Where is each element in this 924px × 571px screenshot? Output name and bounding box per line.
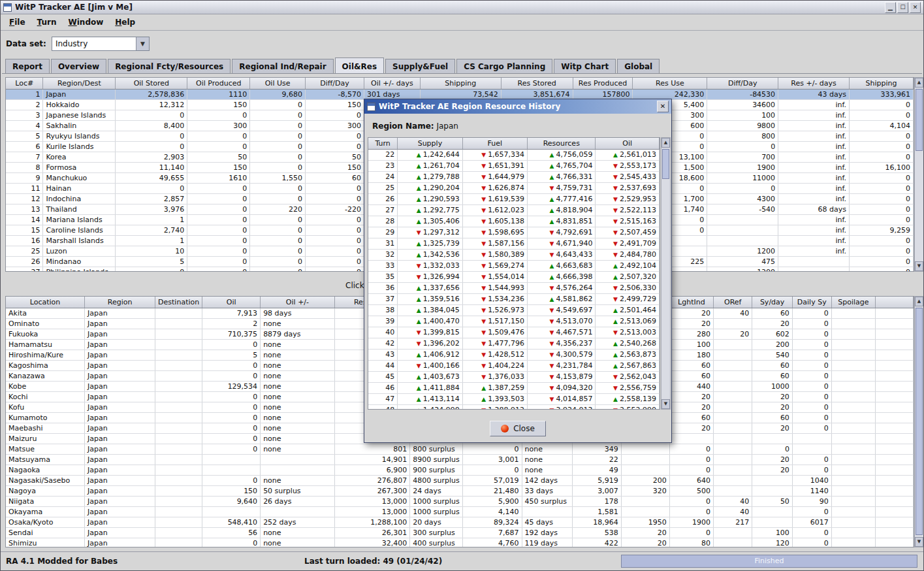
table-row[interactable]: 44▼1,400,166▼1,404,224▼4,231,784▲2,567,8… bbox=[368, 360, 660, 371]
scroll-down-icon[interactable]: ▼ bbox=[661, 399, 670, 409]
column-header[interactable] bbox=[876, 297, 914, 308]
table-row[interactable]: 32▲1,342,536▼1,580,389▼4,643,433▼2,484,7… bbox=[368, 249, 660, 260]
column-header[interactable]: Oil +/- days bbox=[364, 78, 420, 89]
table-row[interactable]: OkayamaJapan13,0001000 surplus4,1401,581… bbox=[6, 506, 914, 517]
table-row[interactable]: 42▼1,396,202▼1,477,796▼4,356,237▲2,540,2… bbox=[368, 338, 660, 349]
minimize-icon[interactable]: ▁ bbox=[885, 2, 896, 13]
maximize-icon[interactable]: ☐ bbox=[897, 2, 908, 13]
tab-regional-fcty-resources[interactable]: Regional Fcty/Resources bbox=[108, 59, 231, 73]
menu-help[interactable]: Help bbox=[109, 16, 141, 29]
column-header[interactable]: Res +/- days bbox=[778, 78, 850, 89]
table-row[interactable]: MatsueJapan0none801800 surplus0none34900 bbox=[6, 444, 914, 454]
column-header[interactable]: Supply bbox=[398, 138, 462, 149]
column-header[interactable]: Oil Produced bbox=[187, 78, 250, 89]
table-row[interactable]: 23▲1,261,704▼1,651,391▲4,765,704▼2,553,1… bbox=[368, 160, 660, 171]
column-header[interactable]: Res Stored bbox=[501, 78, 573, 89]
table-row[interactable]: 1Japan2,578,83611109,680-8,570301 days73… bbox=[6, 89, 914, 99]
tab-report[interactable]: Report bbox=[5, 59, 50, 73]
chevron-down-icon[interactable]: ▼ bbox=[136, 37, 149, 50]
column-header[interactable]: Loc# bbox=[6, 78, 43, 89]
cell: 0 bbox=[850, 183, 914, 193]
tab-supply-fuel[interactable]: Supply&Fuel bbox=[385, 59, 455, 73]
scroll-down-icon[interactable]: ▼ bbox=[915, 261, 923, 271]
table-row[interactable]: MatsuyamaJapan14,9018900 surplus3,001non… bbox=[6, 454, 914, 465]
column-header[interactable]: Diff/Day bbox=[707, 78, 778, 89]
table-row[interactable]: ShimizuJapan0none32,400400 surplus4,7601… bbox=[6, 538, 914, 547]
scroll-down-icon[interactable]: ▼ bbox=[915, 537, 923, 547]
column-header[interactable]: Region bbox=[84, 297, 155, 308]
table-row[interactable]: 45▲1,403,673▼1,376,033▼4,153,879▼2,562,0… bbox=[368, 371, 660, 382]
table-row[interactable]: 28▲1,305,406▼1,605,138▲4,831,851▼2,515,1… bbox=[368, 216, 660, 227]
table-row[interactable]: Nagasaki/SaseboJapan0none276,8074800 sur… bbox=[6, 475, 914, 485]
column-header[interactable]: Destination bbox=[155, 297, 202, 308]
column-header[interactable]: Diff/Day bbox=[306, 78, 364, 89]
location-table-scrollbar[interactable]: ▲ ▼ bbox=[914, 296, 924, 547]
scrollbar-thumb[interactable] bbox=[916, 89, 923, 151]
table-row[interactable]: 43▲1,406,912▼1,428,512▼4,300,579▲2,563,8… bbox=[368, 349, 660, 360]
table-row[interactable]: 31▲1,325,739▼1,587,156▼4,671,940▼2,491,7… bbox=[368, 238, 660, 249]
table-row[interactable]: 40▼1,399,815▼1,509,476▼4,467,571▼2,513,0… bbox=[368, 327, 660, 338]
column-header[interactable]: Oil bbox=[596, 138, 660, 149]
tab-global[interactable]: Global bbox=[617, 59, 660, 73]
table-row[interactable]: 24▲1,279,788▼1,644,979▲4,766,331▼2,545,4… bbox=[368, 171, 660, 182]
table-row[interactable]: 36▲1,337,656▼1,544,993▼4,576,264▼2,506,3… bbox=[368, 282, 660, 293]
menu-file[interactable]: File bbox=[3, 16, 31, 29]
column-header[interactable]: Daily Sy bbox=[792, 297, 831, 308]
scroll-up-icon[interactable]: ▲ bbox=[915, 297, 923, 306]
column-header[interactable]: Oil +/- bbox=[261, 297, 335, 308]
table-row[interactable]: 46▲1,411,884▲1,387,259▼4,094,320▼2,556,7… bbox=[368, 382, 660, 393]
column-header[interactable]: LghtInd bbox=[669, 297, 713, 308]
table-row[interactable]: 26▲1,290,593▼1,619,539▲4,777,416▼2,529,9… bbox=[368, 193, 660, 204]
table-row[interactable]: 29▼1,297,312▼1,598,695▼4,792,691▼2,507,4… bbox=[368, 227, 660, 238]
table-row[interactable]: 47▲1,413,114▲1,393,503▼4,014,857▲2,558,1… bbox=[368, 393, 660, 404]
column-header[interactable]: ORef bbox=[714, 297, 752, 308]
column-header[interactable]: Spoilage bbox=[831, 297, 876, 308]
dialog-close-icon[interactable]: ✕ bbox=[657, 101, 669, 112]
column-header[interactable]: Sy/day bbox=[752, 297, 793, 308]
tab-cs-cargo-planning[interactable]: CS Cargo Planning bbox=[456, 59, 552, 73]
column-header[interactable]: Shipping bbox=[420, 78, 501, 89]
column-header[interactable]: Turn bbox=[368, 138, 398, 149]
scrollbar-thumb[interactable] bbox=[916, 308, 923, 535]
table-row[interactable]: 48▲1,434,990▼1,388,912▼3,934,013▼2,552,9… bbox=[368, 404, 660, 410]
title-bar[interactable]: WitP Tracker AE [Jim v Me] ▁ ☐ ✕ bbox=[1, 1, 923, 14]
column-header[interactable]: Oil Stored bbox=[116, 78, 187, 89]
close-button[interactable]: Close bbox=[490, 421, 546, 436]
column-header[interactable]: Fuel bbox=[462, 138, 527, 149]
scroll-up-icon[interactable]: ▲ bbox=[915, 78, 923, 88]
dataset-combobox[interactable]: Industry ▼ bbox=[52, 37, 150, 51]
region-table-scrollbar[interactable]: ▲ ▼ bbox=[914, 77, 924, 272]
tab-oil-res[interactable]: Oil&Res bbox=[335, 57, 384, 73]
dialog-title-bar[interactable]: WitP Tracker AE Region Resource History … bbox=[364, 99, 671, 114]
table-row[interactable]: 35▼1,326,994▼1,554,014▲4,666,398▲2,507,3… bbox=[368, 271, 660, 282]
tab-regional-ind-repair[interactable]: Regional Ind/Repair bbox=[232, 59, 333, 73]
table-row[interactable]: 37▲1,359,516▼1,534,236▲4,581,862▼2,499,7… bbox=[368, 293, 660, 304]
tab-witp-chart[interactable]: Witp Chart bbox=[554, 59, 616, 73]
menu-turn[interactable]: Turn bbox=[31, 16, 63, 29]
scroll-up-icon[interactable]: ▲ bbox=[661, 138, 670, 148]
tab-overview[interactable]: Overview bbox=[51, 59, 106, 73]
table-row[interactable]: 25▲1,290,204▼1,626,874▼4,759,731▼2,537,6… bbox=[368, 182, 660, 193]
column-header[interactable]: Region/Dest bbox=[43, 78, 116, 89]
close-icon[interactable]: ✕ bbox=[910, 2, 921, 13]
column-header[interactable]: Oil bbox=[202, 297, 261, 308]
column-header[interactable]: Shipping bbox=[850, 78, 914, 89]
column-header[interactable]: Resources bbox=[528, 138, 596, 149]
column-header[interactable]: Res Use bbox=[633, 78, 707, 89]
column-header[interactable]: Res Produced bbox=[573, 78, 633, 89]
table-row[interactable]: SendaiJapan56none26,301300 surplus7,6871… bbox=[6, 527, 914, 538]
table-row[interactable]: Osaka/KyotoJapan548,410252 days1,288,100… bbox=[6, 517, 914, 527]
table-row[interactable]: 39▲1,400,470▼1,517,150▼4,513,070▲2,513,0… bbox=[368, 316, 660, 327]
table-row[interactable]: 27▲1,292,775▼1,612,023▲4,818,904▼2,522,1… bbox=[368, 204, 660, 216]
history-table-scrollbar[interactable]: ▲ ▼ bbox=[661, 137, 671, 410]
table-row[interactable]: 38▲1,384,045▼1,526,973▼4,549,697▲2,501,4… bbox=[368, 304, 660, 316]
column-header[interactable]: Oil Use bbox=[250, 78, 306, 89]
column-header[interactable]: Location bbox=[6, 297, 84, 308]
table-row[interactable]: NagoyaJapan15050 surplus267,30024 days21… bbox=[6, 485, 914, 496]
scrollbar-thumb[interactable] bbox=[662, 149, 669, 179]
table-row[interactable]: 33▼1,332,033▼1,569,274▲4,663,683▲2,492,1… bbox=[368, 260, 660, 271]
table-row[interactable]: NagaokaJapan6,900900 surplus0none490200 bbox=[6, 465, 914, 475]
table-row[interactable]: 22▲1,242,644▼1,657,334▲4,756,059▲2,561,0… bbox=[368, 149, 660, 160]
table-row[interactable]: NiigataJapan9,64026 days13,0001000 surpl… bbox=[6, 496, 914, 506]
menu-window[interactable]: Window bbox=[62, 16, 109, 29]
